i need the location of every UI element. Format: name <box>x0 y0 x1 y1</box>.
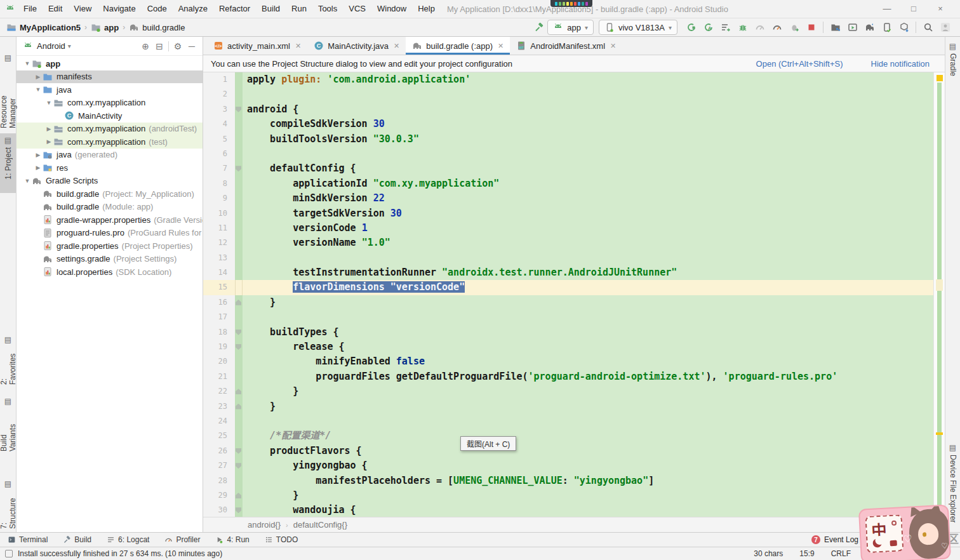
line-number[interactable]: 30 <box>203 503 235 517</box>
breadcrumb-app[interactable]: app <box>91 22 119 32</box>
tab-androidmanifest-xml[interactable]: MFAndroidManifest.xml✕ <box>510 37 622 55</box>
hide-panel-icon[interactable]: ─ <box>185 39 199 53</box>
expand-arrow-icon[interactable]: ▶ <box>34 164 43 171</box>
code-line-5[interactable]: 5 buildToolsVersion "30.0.3" <box>203 132 933 147</box>
line-number[interactable]: 27 <box>203 458 235 473</box>
code-line-25[interactable]: 25 /*配置渠道*/ <box>203 429 933 443</box>
tree-item-gradle-wrapper-properties[interactable]: gradle-wrapper.properties(Gradle Version… <box>17 213 203 227</box>
search-everywhere-button[interactable] <box>919 20 937 35</box>
close-icon[interactable]: ✕ <box>498 42 503 50</box>
line-number[interactable]: 16 <box>203 295 235 310</box>
fold-marker-icon[interactable] <box>236 493 241 498</box>
code-line-2[interactable]: 2 <box>203 87 933 102</box>
line-number[interactable]: 26 <box>203 444 235 458</box>
code-line-11[interactable]: 11 versionCode 1 <box>203 221 933 236</box>
code-line-12[interactable]: 12 versionName "1.0" <box>203 236 933 250</box>
menu-code[interactable]: Code <box>142 0 173 18</box>
event-log-button[interactable]: Event Log <box>824 535 858 544</box>
fold-marker-icon[interactable] <box>236 507 241 513</box>
code-line-22[interactable]: 22 } <box>203 384 933 399</box>
line-number[interactable]: 10 <box>203 206 235 221</box>
code-line-16[interactable]: 16 } <box>203 295 933 310</box>
line-number[interactable]: 7 <box>203 161 235 176</box>
menu-help[interactable]: Help <box>412 0 441 18</box>
expand-arrow-icon[interactable]: ▶ <box>34 74 43 80</box>
code-line-10[interactable]: 10 targetSdkVersion 30 <box>203 206 933 221</box>
attach-profiler-button[interactable] <box>751 20 768 35</box>
window-toggle-icon[interactable] <box>5 550 13 557</box>
breadcrumb-build.gradle[interactable]: build.gradle <box>129 22 185 32</box>
close-icon[interactable]: ✕ <box>394 42 399 50</box>
code-line-26[interactable]: 26 productFlavors { <box>203 444 933 458</box>
run-configuration-select[interactable]: app ▾ <box>547 20 594 35</box>
code-line-24[interactable]: 24 <box>203 414 933 429</box>
debug-button[interactable] <box>734 20 751 35</box>
fold-marker-icon[interactable] <box>236 463 241 469</box>
line-number[interactable]: 2 <box>203 87 235 102</box>
tool-window-button-profiler[interactable]: Profiler <box>157 533 208 547</box>
code-line-29[interactable]: 29 } <box>203 488 933 503</box>
tool-window-button-todo[interactable]: TODO <box>257 533 305 547</box>
code-line-4[interactable]: 4 compileSdkVersion 30 <box>203 117 933 131</box>
locate-file-icon[interactable]: ⊕ <box>138 39 152 53</box>
line-number[interactable]: 13 <box>203 251 235 265</box>
expand-arrow-icon[interactable]: ▼ <box>34 86 43 93</box>
tool-window-button-terminal[interactable]: Terminal <box>0 533 55 547</box>
maximize-button[interactable]: □ <box>900 0 927 18</box>
code-line-3[interactable]: 3android { <box>203 102 933 117</box>
line-number[interactable]: 17 <box>203 310 235 324</box>
fold-marker-icon[interactable] <box>236 330 241 335</box>
collapse-all-icon[interactable]: ⊟ <box>152 39 166 53</box>
minimize-button[interactable]: — <box>874 0 900 18</box>
code-line-20[interactable]: 20 minifyEnabled false <box>203 354 933 369</box>
line-number[interactable]: 1 <box>203 72 235 87</box>
menu-view[interactable]: View <box>68 0 97 18</box>
scrollbar-thumb[interactable] <box>937 83 942 512</box>
fold-marker-icon[interactable] <box>236 344 241 350</box>
tree-item-manifests[interactable]: ▶manifests <box>17 70 203 84</box>
apply-code-changes-button[interactable] <box>717 20 734 35</box>
line-number[interactable]: 14 <box>203 265 235 280</box>
expand-arrow-icon[interactable]: ▼ <box>44 100 53 106</box>
tab-activity-main-xml[interactable]: </>activity_main.xml✕ <box>207 37 307 55</box>
line-number[interactable]: 25 <box>203 429 235 443</box>
profile-avatar-button[interactable] <box>937 20 954 35</box>
expand-arrow-icon[interactable]: ▶ <box>44 126 53 132</box>
line-number[interactable]: 9 <box>203 191 235 206</box>
menu-build[interactable]: Build <box>256 0 286 18</box>
code-line-14[interactable]: 14 testInstrumentationRunner "androidx.t… <box>203 265 933 280</box>
sdk-manager-button[interactable] <box>895 20 912 35</box>
code-line-30[interactable]: 30 wandoujia { <box>203 503 933 517</box>
tree-item-com-xy-myapplication[interactable]: ▶com.xy.myapplication(androidTest) <box>17 123 203 136</box>
line-number[interactable]: 4 <box>203 117 235 131</box>
line-ending-indicator[interactable]: CRLF <box>831 549 851 558</box>
caret-position[interactable]: 15:9 <box>799 549 814 558</box>
menu-edit[interactable]: Edit <box>43 0 68 18</box>
line-number[interactable]: 11 <box>203 221 235 236</box>
project-view-selector[interactable]: Android <box>37 41 65 51</box>
apply-changes-button[interactable]: A <box>700 20 717 35</box>
breadcrumb-myapplication5[interactable]: MyApplication5 <box>6 22 81 32</box>
expand-arrow-icon[interactable]: ▶ <box>34 152 43 158</box>
code-line-13[interactable]: 13 <box>203 251 933 265</box>
code-line-21[interactable]: 21 proguardFiles getDefaultProguardFile(… <box>203 370 933 384</box>
menu-file[interactable]: File <box>18 0 43 18</box>
code-line-23[interactable]: 23 } <box>203 399 933 414</box>
gear-icon[interactable]: ⚙ <box>171 39 185 53</box>
menu-window[interactable]: Window <box>371 0 412 18</box>
expand-arrow-icon[interactable]: ▼ <box>23 178 32 184</box>
line-number[interactable]: 24 <box>203 414 235 429</box>
line-number[interactable]: 19 <box>203 340 235 354</box>
fold-marker-icon[interactable] <box>236 389 241 394</box>
make-project-button[interactable] <box>530 20 547 35</box>
line-number[interactable]: 8 <box>203 177 235 191</box>
hide-notification-link[interactable]: Hide notification <box>871 59 930 69</box>
line-number[interactable]: 20 <box>203 354 235 369</box>
fold-marker-icon[interactable] <box>236 166 241 171</box>
line-number[interactable]: 21 <box>203 370 235 384</box>
line-number[interactable]: 3 <box>203 102 235 117</box>
code-line-8[interactable]: 8 applicationId "com.xy.myapplication" <box>203 177 933 191</box>
menu-vcs[interactable]: VCS <box>343 0 371 18</box>
menu-analyze[interactable]: Analyze <box>173 0 213 18</box>
device-select[interactable]: vivo V1813A ▾ <box>599 20 677 35</box>
